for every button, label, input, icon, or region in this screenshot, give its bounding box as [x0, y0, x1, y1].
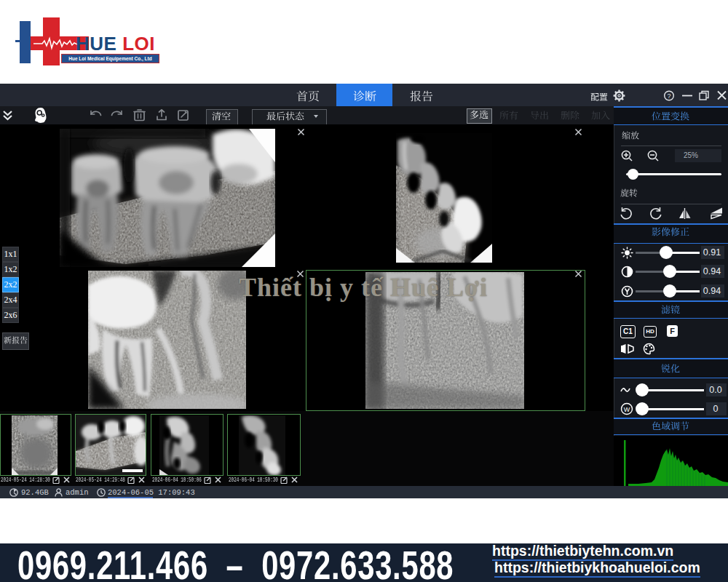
svg-text:?: ?	[667, 92, 670, 100]
svg-text:W: W	[624, 406, 630, 413]
